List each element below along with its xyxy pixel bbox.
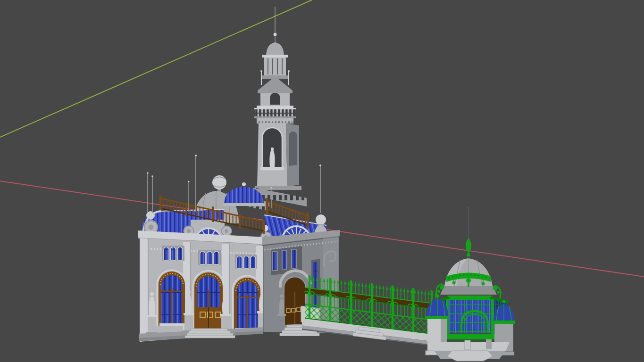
- arched-window-right: [233, 276, 262, 331]
- front-steps: [185, 329, 235, 338]
- turret-sphere: [316, 214, 326, 225]
- arched-window-left: [157, 270, 186, 326]
- arched-entrance-door: [193, 271, 224, 330]
- front-facade: [139, 238, 268, 342]
- 3d-viewport[interactable]: [0, 0, 644, 362]
- kiosk-plinth: [430, 339, 510, 361]
- kiosk-dome-skirt: [440, 286, 497, 295]
- tower-balustrade: [255, 109, 295, 116]
- viewport-stage: [0, 0, 644, 362]
- kiosk-corner-post-right: [491, 298, 494, 337]
